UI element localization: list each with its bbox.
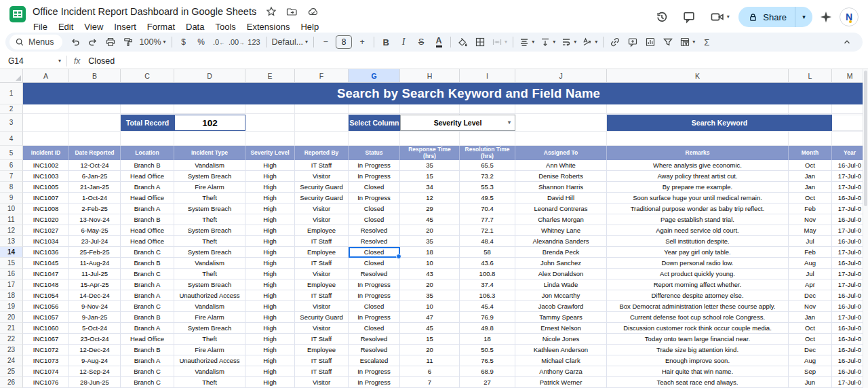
cell[interactable]: Vandalism <box>174 366 245 377</box>
cell[interactable]: Branch A <box>121 279 174 290</box>
scrollbar-thumb[interactable] <box>864 71 867 206</box>
cell[interactable]: 12-Oct-24 <box>69 160 121 171</box>
cell[interactable]: High <box>245 258 295 269</box>
cell[interactable]: Visitor <box>295 301 349 312</box>
cell[interactable]: 9-Jan-25 <box>69 312 121 323</box>
cell[interactable]: In Progress <box>349 312 400 323</box>
cell[interactable]: Jon Mccarthy <box>515 290 607 301</box>
column-header-C[interactable]: C <box>121 69 174 83</box>
cell[interactable]: 45.4 <box>460 301 515 312</box>
empty-cell[interactable] <box>515 104 607 114</box>
cell[interactable]: 37.4 <box>460 279 515 290</box>
row-number[interactable]: 26 <box>0 377 23 388</box>
column-header-A[interactable]: A <box>23 69 69 83</box>
cell[interactable]: By prepare me example. <box>607 182 789 193</box>
share-button[interactable]: Share ▾ <box>738 7 812 27</box>
cell[interactable]: Branch B <box>121 214 174 225</box>
vertical-align-button[interactable]: ▾ <box>537 34 558 50</box>
cell[interactable]: Branch A <box>121 355 174 366</box>
paint-format-button[interactable] <box>119 34 137 50</box>
cell[interactable]: Sell institution despite. <box>607 236 789 247</box>
selected-cell[interactable]: Closed <box>349 247 400 258</box>
format-percent-button[interactable]: % <box>193 34 210 50</box>
version-history-icon[interactable] <box>650 7 673 26</box>
meet-video-icon[interactable]: ▾ <box>705 7 734 26</box>
cell[interactable]: Employee <box>295 279 349 290</box>
toolbar-search-button[interactable]: Menus <box>9 35 62 50</box>
cell[interactable]: Head Office <box>121 334 174 345</box>
empty-cell[interactable] <box>400 132 460 146</box>
collapse-toolbar-button[interactable] <box>838 34 856 50</box>
meet-caret-icon[interactable]: ▾ <box>727 14 730 20</box>
cell[interactable]: 68.9 <box>460 366 515 377</box>
menu-tools[interactable]: Tools <box>210 20 240 33</box>
cell[interactable]: Jun <box>789 377 832 388</box>
bold-button[interactable]: B <box>377 34 395 50</box>
cell[interactable]: 76.5 <box>460 355 515 366</box>
empty-cell[interactable] <box>245 104 295 114</box>
cell[interactable]: Ernest Nelson <box>515 323 607 334</box>
cell[interactable]: Discussion customer rock think occur cou… <box>607 323 789 334</box>
cell[interactable]: 7 <box>400 377 460 388</box>
row-number[interactable]: 19 <box>0 301 23 312</box>
cell[interactable]: System Breach <box>174 247 245 258</box>
cell[interactable]: Difference despite attorney else. <box>607 290 789 301</box>
cell[interactable]: IT Staff <box>295 334 349 345</box>
cell[interactable]: Closed <box>349 258 400 269</box>
cell[interactable]: 11-Aug-24 <box>69 258 121 269</box>
row-number[interactable]: 22 <box>0 334 23 345</box>
cell[interactable]: 12 <box>400 193 460 203</box>
cell[interactable]: IT Staff <box>295 355 349 366</box>
move-folder-icon[interactable] <box>286 6 298 17</box>
cell[interactable]: 1-Oct-24 <box>69 193 121 203</box>
empty-cell[interactable] <box>174 132 245 146</box>
cell[interactable]: Theft <box>174 334 245 345</box>
cell[interactable]: 73.2 <box>460 171 515 182</box>
insert-link-button[interactable] <box>606 34 624 50</box>
cell[interactable]: 14-Dec-24 <box>69 290 121 301</box>
table-column-header[interactable]: Location <box>121 146 174 160</box>
cell[interactable]: Michael Clark <box>515 355 607 366</box>
cell[interactable]: High <box>245 214 295 225</box>
insert-comment-button[interactable] <box>624 34 642 50</box>
cell[interactable]: 10 <box>400 258 460 269</box>
cell[interactable]: 45 <box>400 323 460 334</box>
cell[interactable]: Today onto team large financial near. <box>607 334 789 345</box>
cell[interactable]: 49.8 <box>460 323 515 334</box>
cell[interactable]: Security Guard <box>295 182 349 193</box>
column-header-E[interactable]: E <box>245 69 295 83</box>
cell[interactable]: Oct <box>789 160 832 171</box>
cell[interactable]: 12-Dec-24 <box>69 345 121 355</box>
cell[interactable]: Current defense foot cup school role Con… <box>607 312 789 323</box>
cell[interactable]: Branch A <box>121 182 174 193</box>
row-number[interactable]: 17 <box>0 279 23 290</box>
cell[interactable]: Head Office <box>121 225 174 236</box>
row-number[interactable]: 21 <box>0 323 23 334</box>
select-all-corner[interactable] <box>0 69 23 83</box>
empty-cell[interactable] <box>460 132 515 146</box>
cell[interactable]: Branch C <box>121 247 174 258</box>
cell[interactable]: 65.5 <box>460 160 515 171</box>
row-number[interactable]: 4 <box>0 132 23 146</box>
cell[interactable]: In Progress <box>349 377 400 388</box>
cell[interactable]: Anthony Garza <box>515 366 607 377</box>
cell[interactable]: 6-May-25 <box>69 225 121 236</box>
cell[interactable]: 18 <box>400 247 460 258</box>
cell[interactable]: Box Democrat administration letter these… <box>607 301 789 312</box>
cell[interactable]: Branch C <box>121 377 174 388</box>
cell[interactable]: INC1074 <box>23 366 69 377</box>
cell[interactable]: Feb <box>789 203 832 214</box>
cell[interactable]: Enough improve soon. <box>607 355 789 366</box>
create-filter-button[interactable] <box>659 34 677 50</box>
cell[interactable]: Visitor <box>295 214 349 225</box>
cell[interactable]: High <box>245 366 295 377</box>
cell[interactable]: High <box>245 323 295 334</box>
row-number[interactable]: 12 <box>0 225 23 236</box>
cell[interactable]: Visitor <box>295 171 349 182</box>
cell[interactable]: Vandalism <box>174 301 245 312</box>
cell[interactable]: System Breach <box>174 171 245 182</box>
cell[interactable]: Nov <box>789 214 832 225</box>
cell[interactable]: Fire Alarm <box>174 345 245 355</box>
cell[interactable]: 27 <box>460 377 515 388</box>
cell[interactable]: Fire Alarm <box>174 312 245 323</box>
